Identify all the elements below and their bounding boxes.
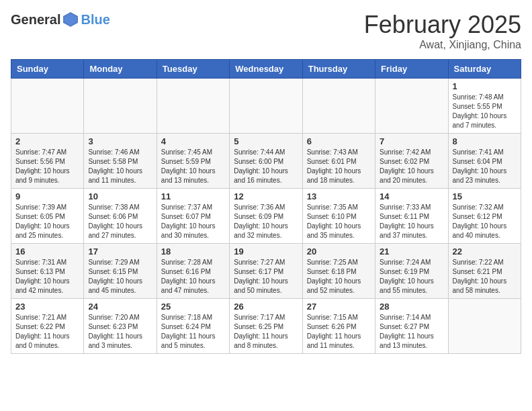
calendar-cell: 25Sunrise: 7:18 AM Sunset: 6:24 PM Dayli…: [157, 299, 229, 354]
day-info: Sunrise: 7:43 AM Sunset: 6:01 PM Dayligh…: [307, 148, 371, 185]
calendar-cell: [11, 79, 84, 134]
calendar-table: SundayMondayTuesdayWednesdayThursdayFrid…: [11, 59, 521, 354]
page-header: General Blue February 2025 Awat, Xinjian…: [11, 11, 521, 51]
day-number: 13: [307, 191, 371, 201]
calendar-cell: 18Sunrise: 7:28 AM Sunset: 6:16 PM Dayli…: [157, 244, 229, 299]
day-number: 22: [453, 246, 517, 257]
calendar-cell: 16Sunrise: 7:31 AM Sunset: 6:13 PM Dayli…: [11, 244, 84, 299]
day-info: Sunrise: 7:21 AM Sunset: 6:22 PM Dayligh…: [15, 313, 79, 351]
weekday-header-friday: Friday: [375, 60, 448, 79]
day-info: Sunrise: 7:42 AM Sunset: 6:02 PM Dayligh…: [380, 148, 443, 185]
day-info: Sunrise: 7:25 AM Sunset: 6:18 PM Dayligh…: [307, 258, 371, 295]
weekday-header-monday: Monday: [84, 60, 157, 79]
day-number: 17: [88, 246, 152, 257]
calendar-cell: 21Sunrise: 7:24 AM Sunset: 6:19 PM Dayli…: [375, 244, 448, 299]
calendar-week-row: 9Sunrise: 7:39 AM Sunset: 6:05 PM Daylig…: [11, 189, 521, 244]
day-number: 9: [15, 191, 79, 201]
day-number: 7: [380, 136, 443, 146]
day-number: 3: [88, 136, 152, 146]
calendar-week-row: 16Sunrise: 7:31 AM Sunset: 6:13 PM Dayli…: [11, 244, 521, 299]
day-info: Sunrise: 7:33 AM Sunset: 6:11 PM Dayligh…: [380, 203, 443, 240]
day-number: 21: [380, 246, 443, 257]
day-number: 26: [234, 302, 298, 312]
title-section: February 2025 Awat, Xinjiang, China: [364, 11, 521, 51]
day-info: Sunrise: 7:36 AM Sunset: 6:09 PM Dayligh…: [234, 203, 298, 240]
calendar-cell: 1Sunrise: 7:48 AM Sunset: 5:55 PM Daylig…: [448, 79, 521, 134]
calendar-cell: 26Sunrise: 7:17 AM Sunset: 6:25 PM Dayli…: [230, 299, 302, 354]
day-number: 18: [161, 246, 225, 257]
day-number: 15: [453, 191, 517, 201]
logo-blue-text: Blue: [81, 12, 109, 28]
day-info: Sunrise: 7:39 AM Sunset: 6:05 PM Dayligh…: [15, 203, 79, 240]
calendar-cell: 13Sunrise: 7:35 AM Sunset: 6:10 PM Dayli…: [302, 189, 375, 244]
calendar-week-row: 1Sunrise: 7:48 AM Sunset: 5:55 PM Daylig…: [11, 79, 521, 134]
day-info: Sunrise: 7:46 AM Sunset: 5:58 PM Dayligh…: [88, 148, 152, 185]
calendar-cell: 7Sunrise: 7:42 AM Sunset: 6:02 PM Daylig…: [375, 134, 448, 189]
weekday-header-thursday: Thursday: [302, 60, 375, 79]
calendar-cell: 3Sunrise: 7:46 AM Sunset: 5:58 PM Daylig…: [84, 134, 157, 189]
logo-general-text: General: [11, 12, 60, 28]
day-info: Sunrise: 7:38 AM Sunset: 6:06 PM Dayligh…: [88, 203, 152, 240]
calendar-header-row: SundayMondayTuesdayWednesdayThursdayFrid…: [11, 60, 521, 79]
calendar-cell: [375, 79, 448, 134]
calendar-cell: 10Sunrise: 7:38 AM Sunset: 6:06 PM Dayli…: [84, 189, 157, 244]
day-info: Sunrise: 7:22 AM Sunset: 6:21 PM Dayligh…: [453, 258, 517, 295]
day-number: 12: [234, 191, 298, 201]
day-number: 1: [453, 81, 517, 91]
day-number: 19: [234, 246, 298, 257]
calendar-cell: 24Sunrise: 7:20 AM Sunset: 6:23 PM Dayli…: [84, 299, 157, 354]
day-number: 20: [307, 246, 371, 257]
calendar-cell: 11Sunrise: 7:37 AM Sunset: 6:07 PM Dayli…: [157, 189, 229, 244]
day-number: 24: [88, 302, 152, 312]
day-info: Sunrise: 7:24 AM Sunset: 6:19 PM Dayligh…: [380, 258, 443, 295]
day-info: Sunrise: 7:48 AM Sunset: 5:55 PM Dayligh…: [453, 93, 517, 130]
day-info: Sunrise: 7:37 AM Sunset: 6:07 PM Dayligh…: [161, 203, 225, 240]
weekday-header-tuesday: Tuesday: [157, 60, 229, 79]
day-info: Sunrise: 7:41 AM Sunset: 6:04 PM Dayligh…: [453, 148, 517, 185]
location: Awat, Xinjiang, China: [364, 39, 521, 51]
calendar-cell: [84, 79, 157, 134]
calendar-cell: 17Sunrise: 7:29 AM Sunset: 6:15 PM Dayli…: [84, 244, 157, 299]
calendar-cell: 22Sunrise: 7:22 AM Sunset: 6:21 PM Dayli…: [448, 244, 521, 299]
day-number: 14: [380, 191, 443, 201]
day-info: Sunrise: 7:15 AM Sunset: 6:26 PM Dayligh…: [307, 313, 371, 351]
day-number: 28: [380, 302, 443, 312]
day-info: Sunrise: 7:28 AM Sunset: 6:16 PM Dayligh…: [161, 258, 225, 295]
calendar-cell: 14Sunrise: 7:33 AM Sunset: 6:11 PM Dayli…: [375, 189, 448, 244]
calendar-cell: 27Sunrise: 7:15 AM Sunset: 6:26 PM Dayli…: [302, 299, 375, 354]
day-number: 4: [161, 136, 225, 146]
day-info: Sunrise: 7:20 AM Sunset: 6:23 PM Dayligh…: [88, 313, 152, 351]
calendar-cell: 20Sunrise: 7:25 AM Sunset: 6:18 PM Dayli…: [302, 244, 375, 299]
calendar-cell: [157, 79, 229, 134]
day-info: Sunrise: 7:44 AM Sunset: 6:00 PM Dayligh…: [234, 148, 298, 185]
day-info: Sunrise: 7:29 AM Sunset: 6:15 PM Dayligh…: [88, 258, 152, 295]
day-info: Sunrise: 7:45 AM Sunset: 5:59 PM Dayligh…: [161, 148, 225, 185]
calendar-cell: 2Sunrise: 7:47 AM Sunset: 5:56 PM Daylig…: [11, 134, 84, 189]
logo-icon: [62, 11, 79, 28]
day-number: 8: [453, 136, 517, 146]
calendar-cell: 19Sunrise: 7:27 AM Sunset: 6:17 PM Dayli…: [230, 244, 302, 299]
day-number: 5: [234, 136, 298, 146]
day-number: 10: [88, 191, 152, 201]
day-info: Sunrise: 7:27 AM Sunset: 6:17 PM Dayligh…: [234, 258, 298, 295]
day-info: Sunrise: 7:14 AM Sunset: 6:27 PM Dayligh…: [380, 313, 443, 351]
day-number: 25: [161, 302, 225, 312]
calendar-cell: 5Sunrise: 7:44 AM Sunset: 6:00 PM Daylig…: [230, 134, 302, 189]
calendar-cell: [448, 299, 521, 354]
day-number: 2: [15, 136, 79, 146]
calendar-cell: 9Sunrise: 7:39 AM Sunset: 6:05 PM Daylig…: [11, 189, 84, 244]
calendar-cell: [302, 79, 375, 134]
day-number: 11: [161, 191, 225, 201]
calendar-body: 1Sunrise: 7:48 AM Sunset: 5:55 PM Daylig…: [11, 79, 521, 354]
day-info: Sunrise: 7:17 AM Sunset: 6:25 PM Dayligh…: [234, 313, 298, 351]
weekday-header-sunday: Sunday: [11, 60, 84, 79]
day-number: 23: [15, 302, 79, 312]
calendar-cell: [230, 79, 302, 134]
day-info: Sunrise: 7:47 AM Sunset: 5:56 PM Dayligh…: [15, 148, 79, 185]
day-info: Sunrise: 7:18 AM Sunset: 6:24 PM Dayligh…: [161, 313, 225, 351]
calendar-cell: 6Sunrise: 7:43 AM Sunset: 6:01 PM Daylig…: [302, 134, 375, 189]
logo: General Blue: [11, 11, 110, 28]
calendar-cell: 28Sunrise: 7:14 AM Sunset: 6:27 PM Dayli…: [375, 299, 448, 354]
calendar-cell: 4Sunrise: 7:45 AM Sunset: 5:59 PM Daylig…: [157, 134, 229, 189]
calendar-cell: 12Sunrise: 7:36 AM Sunset: 6:09 PM Dayli…: [230, 189, 302, 244]
